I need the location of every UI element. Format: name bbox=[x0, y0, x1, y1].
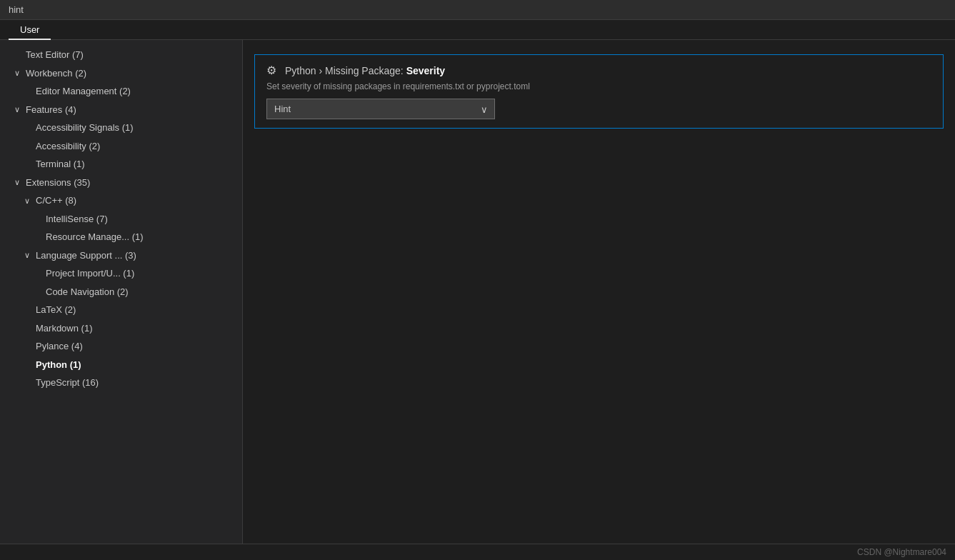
sidebar-item-terminal[interactable]: Terminal (1) bbox=[0, 155, 242, 174]
sidebar-item-label: Editor Management (2) bbox=[36, 84, 131, 99]
sidebar-item-intellisense[interactable]: IntelliSense (7) bbox=[0, 210, 242, 229]
sidebar-item-label: C/C++ (8) bbox=[36, 194, 76, 208]
gear-icon[interactable]: ⚙ bbox=[266, 64, 276, 77]
main-layout: Text Editor (7)∨ Workbench (2)Editor Man… bbox=[0, 40, 955, 544]
setting-item: ⚙ Python › Missing Package: Severity Set… bbox=[254, 54, 944, 129]
chevron-icon: ∨ bbox=[14, 176, 23, 189]
sidebar-item-label: Accessibility Signals (1) bbox=[36, 121, 134, 135]
chevron-icon: ∨ bbox=[24, 249, 33, 261]
sidebar-item-label: Pylance (4) bbox=[36, 339, 83, 354]
sidebar-item-python[interactable]: Python (1) bbox=[0, 356, 242, 374]
sidebar-item-label: TypeScript (16) bbox=[36, 376, 99, 390]
sidebar-item-editor-management[interactable]: Editor Management (2) bbox=[0, 82, 242, 101]
sidebar-item-label: Workbench (2) bbox=[26, 66, 86, 81]
search-bar bbox=[0, 0, 955, 20]
footer: CSDN @Nightmare004 bbox=[0, 544, 955, 560]
sidebar-item-features[interactable]: ∨ Features (4) bbox=[0, 101, 242, 119]
chevron-icon: ∨ bbox=[14, 67, 23, 79]
setting-description: Set severity of missing packages in requ… bbox=[266, 81, 931, 91]
sidebar-item-label: Features (4) bbox=[26, 103, 76, 117]
sidebar-item-language-support[interactable]: ∨ Language Support ... (3) bbox=[0, 246, 242, 265]
sidebar-item-label: Language Support ... (3) bbox=[36, 249, 136, 263]
sidebar-item-extensions[interactable]: ∨ Extensions (35) bbox=[0, 174, 242, 192]
setting-breadcrumb-prefix: Python › Missing Package: bbox=[285, 65, 406, 76]
sidebar-item-label: Extensions (35) bbox=[26, 176, 90, 190]
sidebar-item-project-import[interactable]: Project Import/U... (1) bbox=[0, 264, 242, 283]
sidebar-item-pylance[interactable]: Pylance (4) bbox=[0, 337, 242, 356]
chevron-icon: ∨ bbox=[24, 195, 33, 207]
sidebar-item-label: LaTeX (2) bbox=[36, 303, 76, 317]
sidebar-item-workbench[interactable]: ∨ Workbench (2) bbox=[0, 64, 242, 83]
sidebar-item-label: Python (1) bbox=[36, 358, 81, 372]
setting-select-wrapper: HintWarningErrorNone ∨ bbox=[266, 99, 495, 119]
sidebar-item-label: Resource Manage... (1) bbox=[46, 230, 144, 244]
sidebar-item-code-navigation[interactable]: Code Navigation (2) bbox=[0, 283, 242, 301]
sidebar-item-label: Accessibility (2) bbox=[36, 139, 100, 154]
setting-header: ⚙ Python › Missing Package: Severity bbox=[266, 64, 931, 77]
search-input[interactable] bbox=[9, 4, 946, 15]
sidebar-item-label: Text Editor (7) bbox=[26, 48, 84, 62]
sidebar: Text Editor (7)∨ Workbench (2)Editor Man… bbox=[0, 40, 243, 544]
sidebar-item-accessibility-signals[interactable]: Accessibility Signals (1) bbox=[0, 119, 242, 137]
setting-title: Python › Missing Package: Severity bbox=[285, 65, 445, 76]
sidebar-item-typescript[interactable]: TypeScript (16) bbox=[0, 374, 242, 392]
sidebar-item-cpp[interactable]: ∨ C/C++ (8) bbox=[0, 191, 242, 210]
sidebar-item-resource-manage[interactable]: Resource Manage... (1) bbox=[0, 228, 242, 246]
footer-text: CSDN @Nightmare004 bbox=[857, 547, 946, 557]
sidebar-item-markdown[interactable]: Markdown (1) bbox=[0, 319, 242, 338]
chevron-icon: ∨ bbox=[14, 104, 23, 116]
sidebar-item-label: Terminal (1) bbox=[36, 157, 85, 171]
sidebar-item-label: Markdown (1) bbox=[36, 321, 92, 336]
sidebar-item-accessibility[interactable]: Accessibility (2) bbox=[0, 137, 242, 156]
tab-bar: User bbox=[0, 20, 955, 40]
sidebar-item-label: IntelliSense (7) bbox=[46, 212, 108, 226]
sidebar-item-latex[interactable]: LaTeX (2) bbox=[0, 301, 242, 319]
sidebar-item-text-editor[interactable]: Text Editor (7) bbox=[0, 46, 242, 64]
tab-user[interactable]: User bbox=[9, 20, 51, 39]
content-area: ⚙ Python › Missing Package: Severity Set… bbox=[243, 40, 955, 544]
setting-select[interactable]: HintWarningErrorNone bbox=[266, 99, 495, 119]
sidebar-item-label: Code Navigation (2) bbox=[46, 285, 129, 299]
setting-breadcrumb-bold: Severity bbox=[406, 65, 445, 76]
sidebar-item-label: Project Import/U... (1) bbox=[46, 266, 134, 281]
